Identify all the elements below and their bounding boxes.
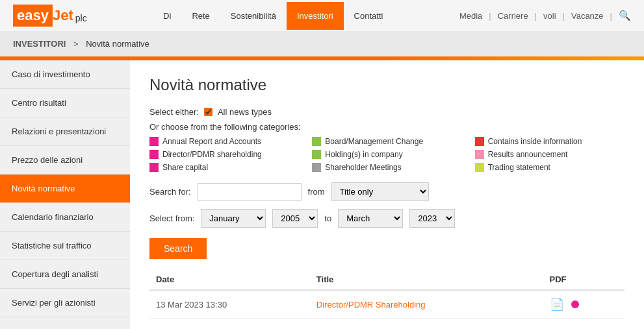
pink-dot <box>571 300 579 308</box>
category-trading: Trading statement <box>475 163 625 172</box>
category-annual-report: Annual Report and Accounts <box>149 137 299 146</box>
cat-box-results <box>475 150 484 159</box>
breadcrumb: INVESTITORI > Novità normative <box>0 31 644 56</box>
from-year-select[interactable]: 2005200620072008 2009201020112012 201320… <box>272 209 318 228</box>
sidebar-item-caso[interactable]: Caso di investimento <box>0 60 130 89</box>
select-from-label: Select from: <box>149 213 194 223</box>
search-for-label: Search for: <box>149 187 191 197</box>
sidebar: Caso di investimento Centro risultati Re… <box>0 60 130 329</box>
nav-sostenibilita[interactable]: Sostenibilità <box>220 2 287 30</box>
table-row: 13 Mar 2023 13:30 Director/PDMR Sharehol… <box>149 290 625 319</box>
sidebar-item-prezzo[interactable]: Prezzo delle azioni <box>0 146 130 175</box>
cat-box-shareholder <box>312 163 321 172</box>
logo: easyJetplc <box>13 5 87 27</box>
select-either-label: Select either: <box>149 107 199 117</box>
category-share-capital: Share capital <box>149 163 299 172</box>
category-inside-info: Contains inside information <box>475 137 625 146</box>
breadcrumb-root[interactable]: INVESTITORI <box>13 39 66 49</box>
title-select[interactable]: Title only Full text <box>331 182 429 201</box>
cat-box-director <box>149 150 159 159</box>
nav-links: Di Rete Sostenibilità Investitori Contat… <box>153 2 393 30</box>
cat-label-share-capital: Share capital <box>162 163 208 172</box>
cat-box-board <box>312 137 321 146</box>
search-for-row: Search for: from Title only Full text <box>149 182 625 201</box>
categories-grid: Annual Report and Accounts Board/Managem… <box>149 137 625 172</box>
category-results: Results announcement <box>475 150 625 159</box>
results-table: Date Title PDF 13 Mar 2023 13:30 Directo… <box>149 269 625 319</box>
cat-box-share-capital <box>149 163 159 172</box>
nav-investitori[interactable]: Investitori <box>287 2 344 30</box>
navbar: easyJetplc Di Rete Sostenibilità Investi… <box>0 0 644 31</box>
cat-label-shareholder: Shareholder Meetings <box>325 163 401 172</box>
sidebar-item-centro[interactable]: Centro risultati <box>0 89 130 117</box>
select-either-row: Select either: All news types <box>149 107 625 117</box>
date-row: Select from: JanuaryFebruaryMarch AprilM… <box>149 209 625 228</box>
category-board: Board/Management Change <box>312 137 461 146</box>
cat-label-holding: Holding(s) in company <box>325 150 402 159</box>
cat-label-trading: Trading statement <box>488 163 550 172</box>
page-title: Novità normative <box>149 76 625 94</box>
filter-section: Select either: All news types Or choose … <box>149 107 625 259</box>
main-content: Novità normative Select either: All news… <box>130 60 644 329</box>
cat-label-inside: Contains inside information <box>488 137 582 146</box>
to-label: to <box>324 213 331 223</box>
all-news-checkbox[interactable] <box>204 108 213 116</box>
row-date: 13 Mar 2023 13:30 <box>149 290 310 319</box>
nav-right: Media | Carriere | voli | Vacanze | 🔍 <box>459 10 631 21</box>
sidebar-item-calendario[interactable]: Calendario finanziario <box>0 203 130 232</box>
logo-easy: easy <box>13 5 53 27</box>
sidebar-item-novita[interactable]: Novità normative <box>0 175 130 203</box>
nav-voli[interactable]: voli <box>543 11 556 21</box>
sidebar-item-servizi[interactable]: Servizi per gli azionisti <box>0 289 130 317</box>
all-news-label: All news types <box>218 107 272 117</box>
cat-box-trading <box>475 163 484 172</box>
col-pdf: PDF <box>543 269 625 290</box>
table-header-row: Date Title PDF <box>149 269 625 290</box>
cat-label-director: Director/PDMR shareholding <box>162 150 262 159</box>
to-month-select[interactable]: JanuaryFebruaryMarch AprilMayJune JulyAu… <box>338 209 403 228</box>
cat-box-inside <box>475 137 484 146</box>
logo-jet: Jet <box>53 7 73 24</box>
nav-contatti[interactable]: Contatti <box>344 2 394 30</box>
search-icon[interactable]: 🔍 <box>619 10 631 21</box>
col-date: Date <box>149 269 310 290</box>
to-year-select[interactable]: 2005200620072008 2009201020112012 201320… <box>409 209 455 228</box>
from-month-select[interactable]: JanuaryFebruaryMarch AprilMayJune JulyAu… <box>201 209 266 228</box>
cat-label-results: Results announcement <box>488 150 568 159</box>
breadcrumb-current: Novità normative <box>86 39 149 49</box>
category-shareholder-meetings: Shareholder Meetings <box>312 163 461 172</box>
nav-rete[interactable]: Rete <box>181 2 220 30</box>
sidebar-item-copertura[interactable]: Copertura degli analisti <box>0 260 130 289</box>
category-director: Director/PDMR shareholding <box>149 150 299 159</box>
pdf-icon[interactable]: 📄 <box>550 298 564 311</box>
row-title-link[interactable]: Director/PDMR Shareholding <box>316 300 426 310</box>
nav-vacanze[interactable]: Vacanze <box>571 11 604 21</box>
cat-box-holding <box>312 150 321 159</box>
search-input[interactable] <box>198 183 302 201</box>
row-pdf: 📄 <box>543 290 625 319</box>
nav-media[interactable]: Media <box>459 11 482 21</box>
nav-di[interactable]: Di <box>153 2 181 30</box>
col-title: Title <box>310 269 543 290</box>
cat-box-annual <box>149 137 159 146</box>
category-holding: Holding(s) in company <box>312 150 461 159</box>
nav-carriere[interactable]: Carriere <box>498 11 528 21</box>
from-label: from <box>308 187 325 197</box>
sidebar-item-relazioni[interactable]: Relazioni e presentazioni <box>0 117 130 146</box>
logo-plc: plc <box>75 13 87 23</box>
row-title: Director/PDMR Shareholding <box>310 290 543 319</box>
main-layout: Caso di investimento Centro risultati Re… <box>0 60 644 329</box>
search-button[interactable]: Search <box>149 238 207 259</box>
cat-label-board: Board/Management Change <box>325 137 423 146</box>
cat-label-annual: Annual Report and Accounts <box>162 137 261 146</box>
sidebar-item-statistiche[interactable]: Statistiche sul traffico <box>0 232 130 260</box>
choose-label: Or choose from the following categories: <box>149 122 625 132</box>
breadcrumb-separator: > <box>73 39 79 49</box>
